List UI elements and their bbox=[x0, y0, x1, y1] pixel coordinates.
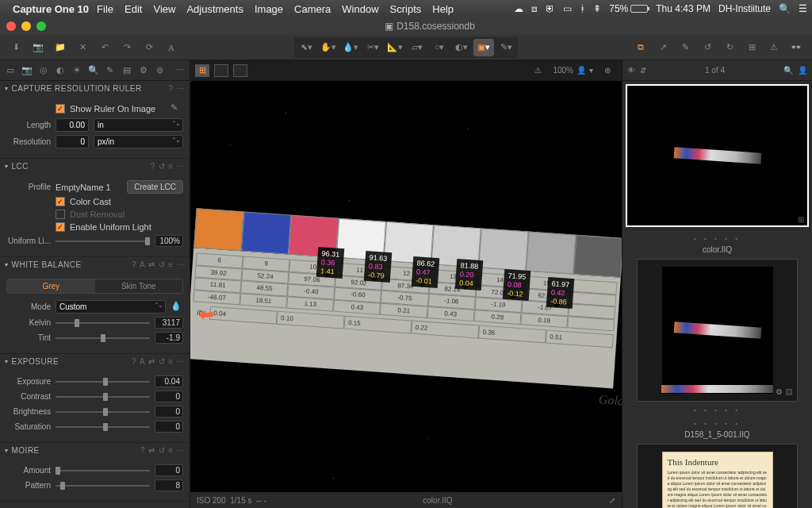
preset-icon[interactable]: ≡ bbox=[168, 260, 173, 269]
status-shield-icon[interactable]: ⛨ bbox=[546, 3, 555, 14]
zoom-value[interactable]: 100% bbox=[553, 66, 573, 75]
wb-tab-skin[interactable]: Skin Tone bbox=[95, 279, 183, 293]
copy-icon[interactable]: ⇄ bbox=[148, 357, 155, 366]
menu-file[interactable]: File bbox=[97, 3, 113, 15]
expand-icon[interactable]: ⊡ bbox=[786, 387, 792, 396]
help-icon[interactable]: ? bbox=[140, 446, 145, 455]
menu-edit[interactable]: Edit bbox=[124, 3, 142, 15]
help-icon[interactable]: ? bbox=[151, 162, 155, 171]
status-display-icon[interactable]: ▭ bbox=[563, 3, 572, 14]
moire-amount-value[interactable]: 0 bbox=[155, 464, 183, 476]
color-readout[interactable]: 96.310.361.41 bbox=[316, 247, 344, 279]
menu-window[interactable]: Window bbox=[342, 3, 378, 15]
tab-adjust-icon[interactable]: ✎ bbox=[103, 64, 117, 78]
dust-removal-checkbox[interactable] bbox=[56, 210, 65, 219]
tab-settings-icon[interactable]: ⊚ bbox=[153, 64, 167, 78]
wb-picker-icon[interactable]: 💧 bbox=[170, 301, 183, 314]
color-tag-dots[interactable]: • • • • • bbox=[627, 405, 807, 415]
copy-icon[interactable]: ⇄ bbox=[148, 446, 155, 455]
auto-icon[interactable]: A bbox=[140, 357, 145, 366]
export-icon[interactable]: ↗ bbox=[653, 38, 672, 57]
status-dropbox-icon[interactable]: ⧈ bbox=[531, 3, 538, 14]
expand-icon[interactable]: ⊞ bbox=[798, 215, 804, 224]
person-icon[interactable]: 👤 bbox=[798, 66, 807, 75]
tint-value[interactable]: -1.9 bbox=[155, 332, 183, 344]
contrast-value[interactable]: 0 bbox=[155, 391, 183, 402]
preset-icon[interactable]: ≡ bbox=[168, 446, 173, 455]
app-name[interactable]: Capture One 10 bbox=[13, 3, 89, 15]
cursor-mask-icon[interactable]: ◐▾ bbox=[451, 39, 472, 56]
reset-icon[interactable]: ↺ bbox=[159, 260, 166, 269]
color-readout[interactable]: 61.970.42-0.86 bbox=[546, 277, 574, 310]
edit-icon[interactable]: ✎ bbox=[676, 38, 695, 57]
contrast-slider[interactable] bbox=[56, 391, 150, 402]
tab-details-icon[interactable]: 🔍 bbox=[86, 64, 100, 78]
menu-image[interactable]: Image bbox=[255, 3, 283, 15]
search-icon[interactable]: 🔍 bbox=[783, 66, 793, 75]
rating-dots[interactable]: • • • • • bbox=[627, 418, 807, 429]
tab-metadata-icon[interactable]: ▤ bbox=[120, 64, 133, 78]
cursor-select-icon[interactable]: ⬉▾ bbox=[296, 39, 316, 56]
cursor-hand-icon[interactable]: ✋▾ bbox=[318, 39, 339, 56]
grid-icon[interactable]: ⊞ bbox=[742, 38, 761, 57]
saturation-value[interactable]: 0 bbox=[155, 421, 183, 433]
folder-icon[interactable]: 📁 bbox=[51, 38, 70, 57]
person-icon[interactable]: 👤 bbox=[576, 66, 586, 75]
more-icon[interactable]: ⋯ bbox=[177, 162, 186, 171]
view-grid-icon[interactable]: ⊞ bbox=[195, 64, 209, 77]
exposure-value[interactable]: 0.04 bbox=[155, 375, 183, 387]
section-header-lcc[interactable]: ▾LCC ?↺≡⋯ bbox=[0, 159, 190, 174]
reset-icon[interactable]: ↺ bbox=[159, 162, 166, 171]
cursor-annotate-icon[interactable]: ✎▾ bbox=[496, 39, 516, 56]
reset-icon[interactable]: ↺ bbox=[159, 446, 166, 455]
kelvin-slider[interactable] bbox=[56, 318, 150, 329]
color-readout[interactable]: 86.620.47-0.01 bbox=[412, 256, 439, 289]
help-icon[interactable]: ? bbox=[132, 260, 136, 269]
glasses-icon[interactable]: 👓 bbox=[787, 38, 806, 57]
color-readout[interactable]: 71.950.08-0.12 bbox=[503, 269, 530, 302]
warning-triangle-icon[interactable]: ⚠ bbox=[534, 66, 542, 75]
more-icon[interactable]: ⋯ bbox=[177, 260, 186, 269]
uniform-li-slider[interactable] bbox=[56, 236, 150, 247]
status-battery[interactable]: 75% bbox=[609, 3, 648, 14]
status-clock[interactable]: Thu 4:43 PM bbox=[656, 3, 710, 14]
section-header-wb[interactable]: ▾WHITE BALANCE ?A⇄↺≡⋯ bbox=[0, 257, 190, 272]
rating-dots[interactable]: • • • • • bbox=[627, 233, 807, 244]
status-wifi-icon[interactable]: ⇞ bbox=[593, 3, 601, 14]
length-input[interactable]: 0.00 bbox=[56, 118, 89, 132]
tab-capture-icon[interactable]: 📷 bbox=[20, 64, 33, 78]
copy-icon[interactable]: ⇄ bbox=[148, 260, 155, 269]
thumbnail-item[interactable]: • • • • •D158_1_5-001.IIQThis IndentureL… bbox=[627, 418, 807, 508]
tab-more-icon[interactable]: ⋯ bbox=[173, 64, 186, 78]
menu-scripts[interactable]: Scripts bbox=[390, 3, 422, 15]
import-icon[interactable]: ⬇ bbox=[6, 38, 25, 57]
help-icon[interactable]: ? bbox=[168, 84, 173, 93]
window-close-button[interactable] bbox=[6, 21, 16, 31]
color-readout[interactable]: 91.630.83-0.79 bbox=[364, 251, 392, 283]
preset-icon[interactable]: ≡ bbox=[168, 162, 173, 171]
tint-slider[interactable] bbox=[56, 333, 150, 344]
section-header-crr[interactable]: ▾CAPTURE RESOLUTION RULER ?⋯ bbox=[0, 81, 190, 96]
tab-lens-icon[interactable]: ◎ bbox=[36, 64, 50, 78]
delete-icon[interactable]: ✕ bbox=[73, 38, 92, 57]
show-ruler-checkbox[interactable]: ✓ bbox=[56, 104, 65, 114]
cursor-keystone-icon[interactable]: ▱▾ bbox=[407, 39, 427, 56]
color-cast-checkbox[interactable]: ✓ bbox=[56, 197, 65, 206]
spotlight-icon[interactable]: 🔍 bbox=[779, 3, 791, 14]
workspace-icon[interactable]: ⧉ bbox=[631, 38, 650, 57]
more-icon[interactable]: ⋯ bbox=[177, 357, 186, 366]
more-icon[interactable]: ⋯ bbox=[177, 84, 186, 93]
tab-color-icon[interactable]: ◐ bbox=[53, 64, 67, 78]
rotate-left-icon[interactable]: ↺ bbox=[698, 38, 717, 57]
notification-center-icon[interactable]: ☰ bbox=[799, 3, 807, 14]
resolution-input[interactable]: 0 bbox=[56, 135, 89, 148]
cursor-straighten-icon[interactable]: 📐▾ bbox=[385, 39, 405, 56]
navigator-preview[interactable]: ⊞ bbox=[626, 84, 809, 227]
section-header-moire[interactable]: ▾MOIRE ?⇄↺≡⋯ bbox=[0, 443, 190, 458]
zoom-in-icon[interactable]: ⊕ bbox=[604, 66, 611, 75]
more-icon[interactable]: ⋯ bbox=[177, 446, 186, 455]
redo-icon[interactable]: ↷ bbox=[117, 38, 136, 57]
window-zoom-button[interactable] bbox=[36, 21, 46, 31]
moire-pattern-value[interactable]: 8 bbox=[155, 479, 183, 491]
undo-icon[interactable]: ↶ bbox=[95, 38, 114, 57]
